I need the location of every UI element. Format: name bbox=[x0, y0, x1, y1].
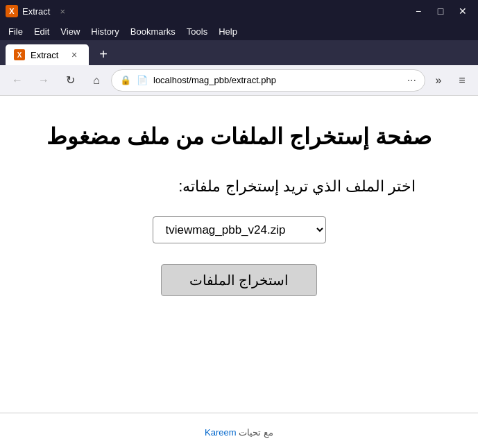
file-select[interactable]: tviewmag_pbb_v24.zip bbox=[153, 216, 326, 243]
minimize-button[interactable]: − bbox=[409, 3, 428, 19]
menu-edit[interactable]: Edit bbox=[28, 24, 55, 39]
extend-button[interactable]: » bbox=[428, 70, 449, 91]
tab-bar: X Extract × + bbox=[0, 40, 478, 65]
title-bar: X Extract × − □ ✕ bbox=[0, 0, 478, 22]
file-label: اختر الملف الذي تريد إستخراج ملفاته: bbox=[178, 178, 457, 196]
maximize-button[interactable]: □ bbox=[431, 3, 450, 19]
menu-help[interactable]: Help bbox=[213, 24, 243, 39]
menu-bookmarks[interactable]: Bookmarks bbox=[125, 24, 181, 39]
menu-history[interactable]: History bbox=[85, 24, 124, 39]
address-more-button[interactable]: ··· bbox=[407, 74, 416, 87]
page-content: صفحة إستخراج الملفات من ملف مضغوط اختر ا… bbox=[0, 96, 478, 448]
menu-view[interactable]: View bbox=[55, 24, 85, 39]
page-title: صفحة إستخراج الملفات من ملف مضغوط bbox=[46, 123, 431, 150]
footer-greeting: مع تحيات bbox=[239, 427, 273, 438]
home-button[interactable]: ⌂ bbox=[85, 69, 108, 92]
window-controls: − □ ✕ bbox=[409, 3, 472, 19]
close-button[interactable]: ✕ bbox=[453, 3, 472, 19]
app-icon: X bbox=[6, 5, 18, 17]
address-input[interactable] bbox=[153, 75, 402, 85]
tab-close-button[interactable]: × bbox=[68, 49, 80, 61]
menu-file[interactable]: File bbox=[3, 24, 28, 39]
title-bar-left: X Extract × bbox=[6, 5, 65, 17]
tab-label: Extract bbox=[31, 50, 58, 60]
footer-divider bbox=[0, 413, 478, 413]
security-icon: 🔒 bbox=[120, 75, 131, 85]
extract-button[interactable]: استخراج الملفات bbox=[161, 264, 318, 296]
tab-extract[interactable]: X Extract × bbox=[6, 44, 89, 65]
footer-text: مع تحيات Kareem bbox=[205, 427, 273, 438]
forward-button[interactable]: → bbox=[32, 69, 56, 92]
nav-bar: ← → ↻ ⌂ 🔒 📄 ··· » ≡ bbox=[0, 65, 478, 96]
page-icon: 📄 bbox=[137, 75, 148, 85]
menu-bar: File Edit View History Bookmarks Tools H… bbox=[0, 22, 478, 40]
window-title: Extract bbox=[22, 6, 50, 17]
menu-tools[interactable]: Tools bbox=[181, 24, 213, 39]
tab-icon: X bbox=[14, 49, 25, 60]
new-tab-button[interactable]: + bbox=[93, 44, 114, 64]
footer-link[interactable]: Kareem bbox=[205, 427, 237, 438]
menu-button[interactable]: ≡ bbox=[452, 70, 472, 91]
reload-button[interactable]: ↻ bbox=[58, 69, 82, 92]
file-select-wrapper: tviewmag_pbb_v24.zip bbox=[153, 216, 326, 243]
back-button[interactable]: ← bbox=[6, 69, 29, 92]
address-bar-wrapper[interactable]: 🔒 📄 ··· bbox=[111, 69, 425, 92]
